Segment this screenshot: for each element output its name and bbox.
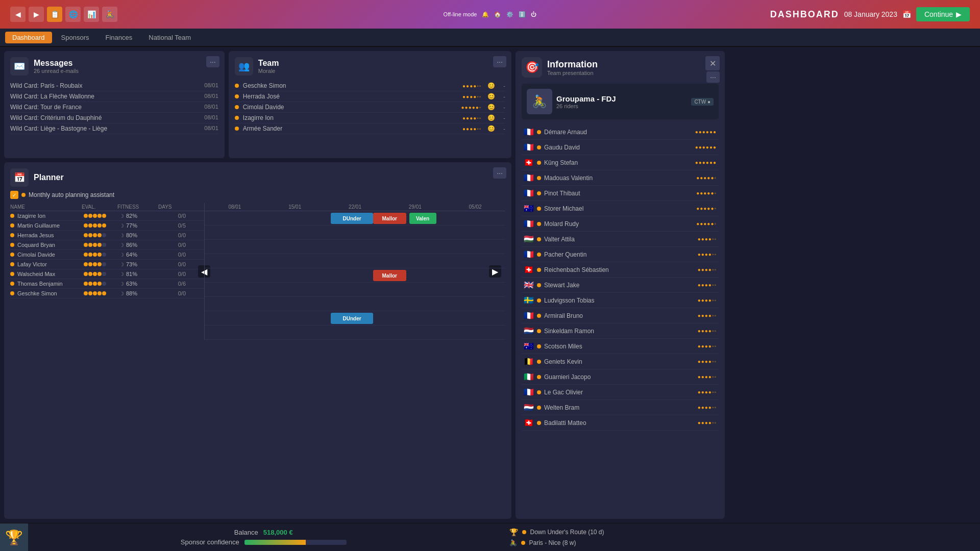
- planner-menu[interactable]: ···: [493, 167, 506, 179]
- rider-status-dot-4: [537, 191, 541, 195]
- tab-sponsors[interactable]: Sponsors: [54, 32, 96, 43]
- eval-dot: [84, 253, 88, 257]
- race-block-valen[interactable]: Valen: [409, 213, 436, 224]
- rider-status-dot-18: [537, 406, 541, 410]
- info-icon[interactable]: ℹ️: [519, 11, 526, 18]
- rider-row-7[interactable]: 🇭🇺 Valter Attila ●●●●◦◦: [522, 232, 719, 247]
- message-item-1[interactable]: Wild Card: La Flèche Wallonne 08/01: [10, 91, 218, 102]
- calendar-icon[interactable]: 📅: [902, 10, 911, 18]
- rider-name-info-1: Gaudu David: [544, 144, 692, 151]
- nav-stats[interactable]: 📊: [84, 7, 99, 22]
- race-block-mallor[interactable]: Mallor: [373, 270, 406, 281]
- race-block-dunder[interactable]: DUnder: [331, 213, 373, 224]
- auto-planning-checkbox[interactable]: ✓: [10, 191, 18, 199]
- continue-button[interactable]: Continue ▶: [916, 7, 970, 21]
- rider-dot-0: [10, 214, 14, 218]
- planner-row-3: Coquard Bryan ☽ 86% 0/0: [10, 240, 204, 250]
- morale-face-3: 😊: [487, 114, 495, 121]
- rider-stars-2: ●●●●●●: [695, 160, 717, 165]
- rider-eval-4: [84, 253, 119, 257]
- messages-title-group: Messages 26 unread e-mails: [34, 59, 79, 74]
- rider-row-12[interactable]: 🇫🇷 Armirail Bruno ●●●●◦◦: [522, 308, 719, 323]
- rider-name-info-10: Stewart Jake: [544, 282, 695, 289]
- rider-stars-3: ●●●●●◦: [696, 175, 717, 181]
- planner-title: Planner: [34, 173, 64, 182]
- messages-list: Wild Card: Paris - Roubaix 08/01 Wild Ca…: [10, 81, 218, 134]
- rider-row-8[interactable]: 🇫🇷 Pacher Quentin ●●●●◦◦: [522, 247, 719, 262]
- rider-flag-8: 🇫🇷: [524, 249, 534, 259]
- rider-row-5[interactable]: 🇦🇺 Storer Michael ●●●●●◦: [522, 201, 719, 216]
- gear-icon[interactable]: ⚙️: [506, 11, 513, 18]
- rider-row-17[interactable]: 🇫🇷 Le Gac Olivier ●●●●◦◦: [522, 385, 719, 400]
- info-menu[interactable]: ···: [706, 71, 720, 83]
- nav-globe[interactable]: 🌐: [65, 7, 81, 22]
- eval-dot: [97, 282, 102, 286]
- eval-dot: [93, 253, 97, 257]
- nav-dashboard[interactable]: 📋: [47, 7, 62, 22]
- tab-finances[interactable]: Finances: [99, 32, 140, 43]
- message-item-3[interactable]: Wild Card: Critérium du Dauphiné 08/01: [10, 113, 218, 123]
- morale-face-4: 😊: [487, 125, 495, 132]
- rider-days-1: 0/5: [160, 222, 186, 229]
- rider-row-15[interactable]: 🇧🇪 Geniets Kevin ●●●●◦◦: [522, 354, 719, 369]
- rider-status-dot-12: [537, 314, 541, 318]
- team-menu[interactable]: ···: [493, 56, 506, 67]
- timeline-row-4: Mallor: [205, 268, 505, 283]
- tab-dashboard[interactable]: Dashboard: [5, 32, 52, 43]
- rider-row-18[interactable]: 🇳🇱 Welten Bram ●●●●◦◦: [522, 400, 719, 415]
- power-icon[interactable]: ⏻: [531, 11, 536, 17]
- rider-fitness-1: 77%: [126, 222, 137, 229]
- balance-row: Balance 518,000 €: [234, 529, 293, 536]
- date-area: DASHBOARD 08 January 2023 📅 Continue ▶: [770, 7, 970, 21]
- eval-dot: [93, 214, 97, 218]
- team-rider-count: 26 riders: [556, 103, 616, 109]
- eval-dot: [88, 233, 92, 237]
- tab-national-team[interactable]: National Team: [141, 32, 198, 43]
- moon-icon-0: ☽: [119, 213, 124, 219]
- planner-row-6: Walscheid Max ☽ 81% 0/0: [10, 269, 204, 279]
- nav-back[interactable]: ◀: [10, 7, 26, 22]
- rider-status-dot-11: [537, 298, 541, 303]
- rider-dot-5: [10, 262, 14, 266]
- rider-flag-12: 🇫🇷: [524, 311, 534, 320]
- race-block-mallor[interactable]: Mallor: [373, 213, 406, 224]
- race-block-dunder[interactable]: DUnder: [331, 313, 373, 324]
- rider-row-14[interactable]: 🇦🇺 Scotson Miles ●●●●◦◦: [522, 339, 719, 354]
- eval-dot: [93, 233, 97, 237]
- rider-row-2[interactable]: 🇨🇭 Küng Stefan ●●●●●●: [522, 155, 719, 170]
- rider-row-10[interactable]: 🇬🇧 Stewart Jake ●●●●◦◦: [522, 278, 719, 293]
- rider-row-9[interactable]: 🇨🇭 Reichenbach Sébastien ●●●●◦◦: [522, 262, 719, 278]
- message-item-0[interactable]: Wild Card: Paris - Roubaix 08/01: [10, 81, 218, 91]
- rider-row-3[interactable]: 🇫🇷 Madouas Valentin ●●●●●◦: [522, 170, 719, 186]
- rider-stars-18: ●●●●◦◦: [698, 405, 717, 410]
- rider-row-13[interactable]: 🇳🇱 Sinkeldam Ramon ●●●●◦◦: [522, 323, 719, 339]
- nav-cycle[interactable]: 🚴: [102, 7, 117, 22]
- nav-forward[interactable]: ▶: [29, 7, 44, 22]
- rider-stars-11: ●●●●◦◦: [698, 297, 717, 303]
- message-item-2[interactable]: Wild Card: Tour de France 08/01: [10, 102, 218, 113]
- rider-fit-6: ☽ 81%: [119, 271, 160, 277]
- home-icon[interactable]: 🏠: [494, 11, 501, 18]
- rider-row-1[interactable]: 🇫🇷 Gaudu David ●●●●●●: [522, 140, 719, 155]
- rider-name-info-6: Molard Rudy: [544, 220, 693, 228]
- rider-row-16[interactable]: 🇮🇹 Guarnieri Jacopo ●●●●◦◦: [522, 369, 719, 385]
- timeline-row-3: [205, 254, 505, 268]
- rider-fit-4: ☽ 64%: [119, 252, 160, 258]
- rider-row-11[interactable]: 🇸🇪 Ludvigsson Tobias ●●●●◦◦: [522, 293, 719, 308]
- rider-row-6[interactable]: 🇫🇷 Molard Rudy ●●●●●◦: [522, 216, 719, 232]
- messages-menu[interactable]: ···: [206, 56, 219, 67]
- rider-fit-3: ☽ 86%: [119, 242, 160, 248]
- message-item-4[interactable]: Wild Card: Liège - Bastogne - Liège 08/0…: [10, 123, 218, 134]
- planner-row-4: Cimolai Davide ☽ 64% 0/0: [10, 250, 204, 260]
- date-2: 22/01: [325, 204, 385, 210]
- eval-dot: [84, 262, 88, 266]
- moon-icon-3: ☽: [119, 242, 124, 248]
- rider-row-19[interactable]: 🇨🇭 Badilatti Matteo ●●●●◦◦: [522, 415, 719, 431]
- rider-row-4[interactable]: 🇫🇷 Pinot Thibaut ●●●●●◦: [522, 186, 719, 201]
- eval-dot: [102, 253, 106, 257]
- rider-name-5: Lafay Victor: [17, 261, 84, 267]
- eval-dot: [97, 291, 102, 295]
- info-close-button[interactable]: ✕: [705, 56, 720, 70]
- rider-row-0[interactable]: 🇫🇷 Démare Arnaud ●●●●●●: [522, 124, 719, 140]
- rider-dot-7: [10, 282, 14, 286]
